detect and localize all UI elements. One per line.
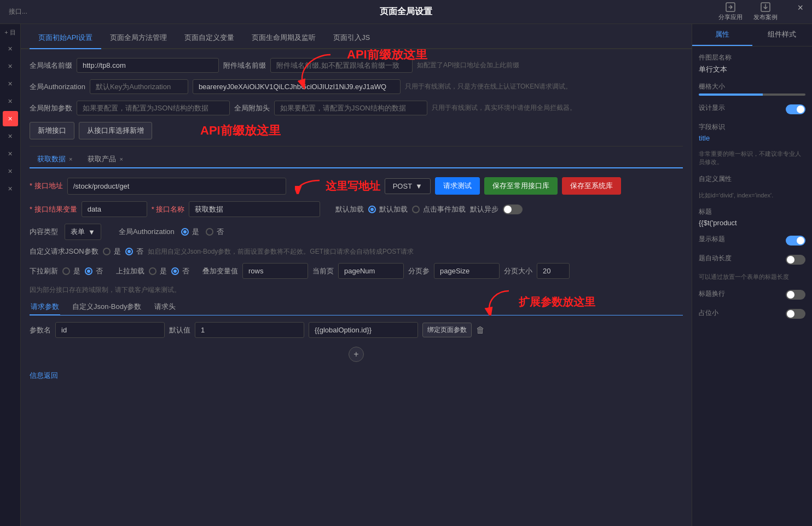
prop-field-hint: 非常重要的唯一标识，不建议非专业人员修改。 [699,150,805,167]
header-left-area: 接口... [9,7,27,16]
sidebar-icon-3[interactable]: × [3,93,18,109]
params-tab-request[interactable]: 请求参数 [30,299,60,315]
prop-show-title-label: 显示标题 [699,235,725,244]
sidebar-icon-5[interactable]: × [3,128,18,144]
design-display-toggle[interactable] [786,104,805,114]
async-toggle[interactable] [503,204,523,214]
from-lib-btn[interactable]: 从接口库选择新增 [79,122,152,139]
prop-custom-attr-hint: 比如id='divid', index='index'. [699,191,805,200]
page-size-input[interactable] [537,263,570,279]
auto-length-toggle[interactable] [786,255,805,265]
publish-case-btn[interactable]: 发布案例 [753,2,778,21]
result-var-label: * 接口结果变量 [30,204,77,214]
pull-yes-radio[interactable] [62,267,70,275]
add-param-btn[interactable]: + [349,347,364,362]
sidebar-icon-2[interactable]: × [3,76,18,91]
accumulate-input[interactable] [242,263,308,279]
right-tab-props[interactable]: 属性 [692,24,752,46]
test-btn[interactable]: 请求测试 [435,177,480,195]
prop-show-title: 显示标题 [699,235,805,246]
auth-yes-radio[interactable] [181,228,189,236]
custom-json-no-group: 否 [125,247,143,256]
domain-label: 全局域名前缀 [30,61,72,71]
tab-js[interactable]: 页面引入JS [324,27,379,49]
params-tab-headers[interactable]: 请求头 [153,299,177,315]
content-type-select[interactable]: 表单 ▼ [65,224,101,240]
default-load-radio-active[interactable] [368,206,376,213]
sidebar-icon-1[interactable]: × [3,59,18,74]
subtab-get-data[interactable]: 获取数据 × [30,151,80,167]
auth-label: 全局Authorization [30,82,85,92]
info-return-btn[interactable]: 信息返回 [30,371,683,381]
header-left-text: 接口... [9,7,27,16]
sidebar-add[interactable]: + 目 [4,28,15,37]
prop-auto-length: 题自动长度 [699,254,805,265]
show-title-toggle[interactable] [786,236,805,246]
domain-input[interactable] [77,58,219,73]
sidebar-icon-7[interactable]: × [3,163,18,179]
method-select[interactable]: POST ▼ [385,178,431,194]
add-param-area: + [30,342,683,366]
tab-methods[interactable]: 页面全局方法管理 [101,27,176,49]
annotation2-text: 这里写地址 [326,179,380,194]
custom-json-no-radio[interactable] [125,248,133,255]
prop-field-hint-text: 非常重要的唯一标识，不建议非专业人员修改。 [699,150,805,167]
auth-no-radio[interactable] [206,228,213,236]
domain-row: 全局域名前缀 附件域名前缀 如配置了API接口地址会加上此前缀 [30,58,683,73]
load-more-label: 上拉加载 [116,266,144,276]
result-var-row: * 接口结果变量 * 接口名称 默认加载 默认加载 点击事件加载 默认异步 [30,201,683,217]
arrow2-svg [295,178,322,194]
subtab-get-product[interactable]: 获取产品 × [80,151,130,167]
annotation2-area: 这里写地址 [295,178,380,194]
tab-lifecycle[interactable]: 页面生命周期及监听 [243,27,324,49]
save-common-btn[interactable]: 保存至常用接口库 [484,177,558,195]
pull-no-radio[interactable] [85,267,92,275]
prop-placeholder-small: 占位小 [699,308,805,320]
new-api-btn[interactable]: 新增接口 [30,122,74,139]
auth-value-input[interactable] [193,79,401,94]
bind-page-btn[interactable]: 绑定页面参数 [422,323,472,337]
param-name-label: 参数名 [30,325,51,335]
prop-design-label: 设计显示 [699,103,725,113]
global-headers-input[interactable] [274,101,427,115]
modal-close-btn[interactable]: × [797,2,803,21]
sidebar-icon-6[interactable]: × [3,146,18,161]
click-load-radio[interactable] [412,206,420,213]
load-no-radio[interactable] [171,267,179,275]
current-page-label: 当前页 [312,266,334,276]
auth-key-input[interactable] [90,79,188,94]
sidebar-icon-0[interactable]: × [3,41,18,56]
share-app-btn[interactable]: 分享应用 [718,2,743,21]
api-url-input[interactable] [67,178,286,195]
params-tab-json-body[interactable]: 自定义Json-Body参数 [71,299,142,315]
tab-variables[interactable]: 页面自定义变量 [176,27,243,49]
delete-param-btn[interactable]: 🗑 [476,325,485,335]
param-bind-input[interactable] [309,322,418,338]
addon-domain-label: 附件域名前缀 [223,61,266,71]
content-type-row: 内容类型 表单 ▼ 全局Authorization 是 否 [30,224,683,240]
global-params-input[interactable] [77,101,230,115]
result-var-input[interactable] [82,201,147,217]
subtab-close-1[interactable]: × [119,156,123,162]
param-name-input[interactable] [55,322,165,338]
param-default-input[interactable] [195,322,304,338]
auth-hint: 只用于有线测试，只是方便在线上认证TOKEN请求调试。 [405,82,572,91]
subtab-close-0[interactable]: × [69,156,72,162]
prop-grid-slider[interactable] [699,93,805,96]
custom-json-yes-radio[interactable] [103,248,111,255]
page-param-input[interactable] [434,263,500,279]
default-load-radio-group: 默认加载 [368,204,408,214]
placeholder-toggle[interactable] [786,309,805,319]
title-wrap-toggle[interactable] [786,290,805,300]
sidebar-icon-4[interactable]: × [3,111,18,126]
current-page-input[interactable] [338,263,404,279]
custom-json-hint: 如启用自定义Json-Body参数，前面设置参数将不起效。GET接口请求会自动转… [148,247,414,256]
custom-json-yes-group: 是 [103,247,121,256]
sidebar-icon-8[interactable]: × [3,181,18,196]
tab-api-settings[interactable]: 页面初始API设置 [30,27,101,49]
save-system-btn[interactable]: 保存至系统库 [562,177,621,195]
addon-domain-input[interactable] [270,58,413,73]
right-tab-component-style[interactable]: 组件样式 [752,24,813,46]
api-name-input[interactable] [189,201,320,217]
load-yes-radio[interactable] [149,267,156,275]
